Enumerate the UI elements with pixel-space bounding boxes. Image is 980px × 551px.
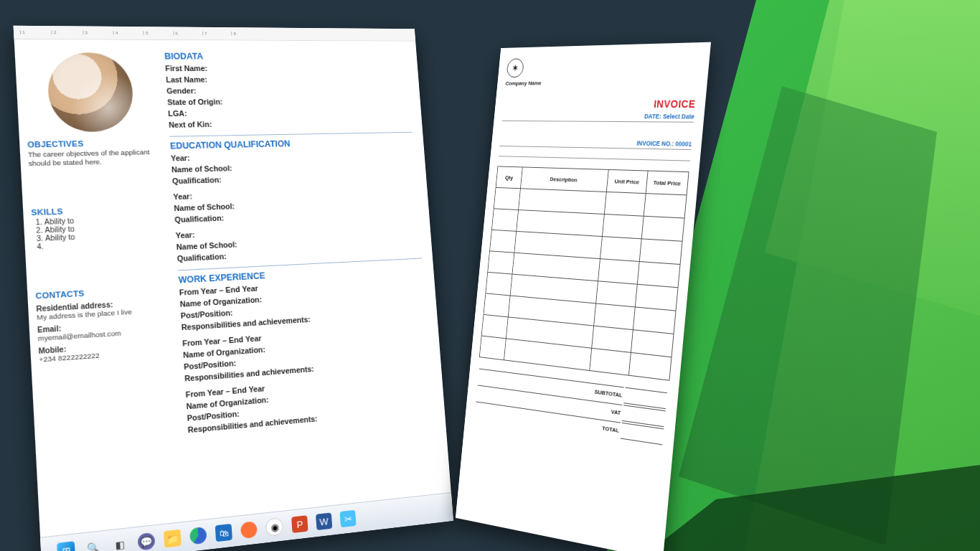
- start-icon[interactable]: ⊞: [57, 541, 75, 551]
- biodata-field: First Name:: [165, 64, 407, 72]
- powerpoint-icon[interactable]: P: [291, 515, 308, 533]
- objectives-heading: OBJECTIVES: [27, 138, 158, 149]
- word-icon[interactable]: W: [316, 512, 332, 530]
- col-qty: Qty: [496, 166, 522, 189]
- cv-main: BIODATA First Name: Last Name: Gender: S…: [159, 40, 453, 550]
- chat-icon[interactable]: 💬: [137, 532, 155, 551]
- contacts-block: CONTACTS Residential address: My address…: [35, 284, 171, 363]
- biodata-field: LGA:: [168, 106, 411, 118]
- applicant-photo: [46, 52, 135, 132]
- file-explorer-icon[interactable]: 📁: [164, 529, 182, 548]
- col-description: Description: [521, 167, 608, 192]
- company-name-label: Company Name: [505, 78, 697, 87]
- col-unit-price: Unit Price: [606, 169, 648, 193]
- store-icon[interactable]: 🛍: [215, 524, 232, 542]
- cv-document: 12345678 OBJECTIVES The career objective…: [14, 26, 453, 551]
- task-view-icon[interactable]: ◧: [111, 535, 129, 551]
- edge-icon[interactable]: [189, 527, 207, 545]
- invoice-title: INVOICE: [503, 98, 696, 110]
- slide-stage: 12345678 OBJECTIVES The career objective…: [0, 0, 980, 551]
- biodata-field: Last Name:: [166, 75, 408, 84]
- invoice-line-items-table: Qty Description Unit Price Total Price: [479, 166, 689, 380]
- search-icon[interactable]: 🔍: [84, 538, 103, 551]
- education-entry: Year:Name of School:Qualification:: [173, 185, 418, 224]
- work-entry: From Year – End YearName of Organization…: [185, 371, 434, 434]
- company-logo-icon: ✶: [506, 58, 524, 77]
- biodata-field: Next of Kin:: [169, 117, 412, 129]
- biodata-block: First Name: Last Name: Gender: State of …: [165, 64, 412, 129]
- invoice-document: ✶ Company Name INVOICE DATE: Select Date…: [456, 42, 711, 551]
- firefox-icon[interactable]: [240, 521, 258, 539]
- work-entry: From Year – End YearName of Organization…: [179, 275, 426, 331]
- invoice-totals: SUBTOTAL VAT TOTAL: [473, 367, 669, 446]
- biodata-heading: BIODATA: [164, 52, 407, 62]
- education-entry: Year:Name of School:Qualification:: [175, 221, 421, 263]
- snip-icon[interactable]: ✂: [340, 510, 357, 527]
- education-entry: Year:Name of School:Qualification:: [171, 149, 416, 185]
- biodata-field: State of Origin:: [167, 96, 410, 107]
- col-total-price: Total Price: [646, 171, 689, 195]
- chrome-icon[interactable]: ◉: [265, 517, 284, 537]
- skills-list: Ability to Ability to Ability to: [44, 214, 164, 250]
- biodata-field: Gender:: [166, 85, 409, 95]
